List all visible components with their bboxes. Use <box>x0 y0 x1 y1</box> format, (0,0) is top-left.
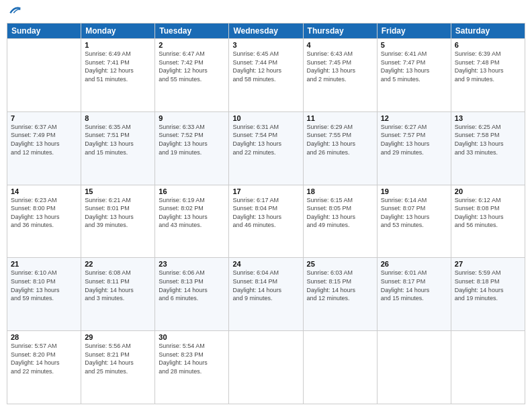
calendar-cell: 18Sunrise: 6:15 AMSunset: 8:05 PMDayligh… <box>303 185 377 258</box>
day-number: 27 <box>455 260 521 268</box>
calendar-cell: 9Sunrise: 6:33 AMSunset: 7:52 PMDaylight… <box>155 111 229 185</box>
day-number: 11 <box>307 114 373 122</box>
calendar-cell: 29Sunrise: 5:56 AMSunset: 8:21 PMDayligh… <box>81 331 155 404</box>
day-info: Sunrise: 6:27 AMSunset: 7:57 PMDaylight:… <box>381 123 447 156</box>
day-info: Sunrise: 6:12 AMSunset: 8:08 PMDaylight:… <box>455 196 521 230</box>
weekday-header-wednesday: Wednesday <box>229 24 303 39</box>
day-info: Sunrise: 6:03 AMSunset: 8:15 PMDaylight:… <box>307 269 373 302</box>
day-number: 7 <box>11 114 77 122</box>
weekday-header-monday: Monday <box>81 24 155 39</box>
calendar-cell: 13Sunrise: 6:25 AMSunset: 7:58 PMDayligh… <box>451 111 525 185</box>
calendar-cell: 25Sunrise: 6:03 AMSunset: 8:15 PMDayligh… <box>303 258 377 331</box>
day-number: 10 <box>232 114 299 122</box>
header <box>7 7 525 17</box>
week-row-2: 7Sunrise: 6:37 AMSunset: 7:49 PMDaylight… <box>7 111 525 185</box>
day-number: 24 <box>232 260 299 268</box>
day-number: 15 <box>85 187 151 195</box>
calendar-cell: 3Sunrise: 6:45 AMSunset: 7:44 PMDaylight… <box>229 39 303 112</box>
weekday-header-sunday: Sunday <box>7 24 81 39</box>
day-info: Sunrise: 6:43 AMSunset: 7:45 PMDaylight:… <box>307 50 373 83</box>
day-info: Sunrise: 5:56 AMSunset: 8:21 PMDaylight:… <box>85 342 151 375</box>
calendar-cell: 12Sunrise: 6:27 AMSunset: 7:57 PMDayligh… <box>377 111 451 185</box>
page: SundayMondayTuesdayWednesdayThursdayFrid… <box>0 0 532 411</box>
day-info: Sunrise: 6:21 AMSunset: 8:01 PMDaylight:… <box>85 196 151 230</box>
day-info: Sunrise: 6:04 AMSunset: 8:14 PMDaylight:… <box>232 269 299 302</box>
day-number: 13 <box>455 114 521 122</box>
day-info: Sunrise: 6:47 AMSunset: 7:42 PMDaylight:… <box>159 50 225 83</box>
day-info: Sunrise: 6:35 AMSunset: 7:51 PMDaylight:… <box>85 123 151 156</box>
day-number: 30 <box>159 333 225 341</box>
day-info: Sunrise: 6:17 AMSunset: 8:04 PMDaylight:… <box>232 196 299 230</box>
calendar-cell <box>229 331 303 404</box>
day-info: Sunrise: 6:01 AMSunset: 8:17 PMDaylight:… <box>381 269 447 302</box>
day-number: 4 <box>307 41 373 49</box>
week-row-5: 28Sunrise: 5:57 AMSunset: 8:20 PMDayligh… <box>7 331 525 404</box>
calendar-cell: 19Sunrise: 6:14 AMSunset: 8:07 PMDayligh… <box>377 185 451 258</box>
day-info: Sunrise: 5:57 AMSunset: 8:20 PMDaylight:… <box>11 342 77 375</box>
day-info: Sunrise: 6:25 AMSunset: 7:58 PMDaylight:… <box>455 123 521 156</box>
day-number: 28 <box>11 333 77 341</box>
day-info: Sunrise: 6:08 AMSunset: 8:11 PMDaylight:… <box>85 269 151 302</box>
calendar-cell <box>7 39 81 112</box>
calendar-cell: 14Sunrise: 6:23 AMSunset: 8:00 PMDayligh… <box>7 185 81 258</box>
day-number: 23 <box>159 260 225 268</box>
day-info: Sunrise: 6:41 AMSunset: 7:47 PMDaylight:… <box>381 50 447 83</box>
calendar-cell: 16Sunrise: 6:19 AMSunset: 8:02 PMDayligh… <box>155 185 229 258</box>
day-info: Sunrise: 6:45 AMSunset: 7:44 PMDaylight:… <box>232 50 299 83</box>
calendar-cell: 21Sunrise: 6:10 AMSunset: 8:10 PMDayligh… <box>7 258 81 331</box>
day-number: 26 <box>381 260 447 268</box>
calendar-body: 1Sunrise: 6:49 AMSunset: 7:41 PMDaylight… <box>7 39 525 404</box>
day-info: Sunrise: 6:06 AMSunset: 8:13 PMDaylight:… <box>159 269 225 302</box>
calendar-cell: 26Sunrise: 6:01 AMSunset: 8:17 PMDayligh… <box>377 258 451 331</box>
day-number: 17 <box>232 187 299 195</box>
calendar-cell: 10Sunrise: 6:31 AMSunset: 7:54 PMDayligh… <box>229 111 303 185</box>
day-number: 5 <box>381 41 447 49</box>
day-number: 12 <box>381 114 447 122</box>
weekday-header-row: SundayMondayTuesdayWednesdayThursdayFrid… <box>7 24 525 39</box>
calendar-cell: 27Sunrise: 5:59 AMSunset: 8:18 PMDayligh… <box>451 258 525 331</box>
day-number: 19 <box>381 187 447 195</box>
day-number: 18 <box>307 187 373 195</box>
weekday-header-thursday: Thursday <box>303 24 377 39</box>
calendar-cell: 30Sunrise: 5:54 AMSunset: 8:23 PMDayligh… <box>155 331 229 404</box>
day-number: 20 <box>455 187 521 195</box>
day-info: Sunrise: 6:31 AMSunset: 7:54 PMDaylight:… <box>232 123 299 156</box>
week-row-4: 21Sunrise: 6:10 AMSunset: 8:10 PMDayligh… <box>7 258 525 331</box>
weekday-header-friday: Friday <box>377 24 451 39</box>
calendar-cell <box>303 331 377 404</box>
calendar: SundayMondayTuesdayWednesdayThursdayFrid… <box>7 23 525 404</box>
calendar-cell: 24Sunrise: 6:04 AMSunset: 8:14 PMDayligh… <box>229 258 303 331</box>
day-info: Sunrise: 6:49 AMSunset: 7:41 PMDaylight:… <box>85 50 151 83</box>
calendar-cell: 22Sunrise: 6:08 AMSunset: 8:11 PMDayligh… <box>81 258 155 331</box>
day-info: Sunrise: 6:15 AMSunset: 8:05 PMDaylight:… <box>307 196 373 230</box>
logo-icon <box>8 4 21 17</box>
day-info: Sunrise: 6:39 AMSunset: 7:48 PMDaylight:… <box>455 50 521 83</box>
day-number: 9 <box>159 114 225 122</box>
calendar-cell: 23Sunrise: 6:06 AMSunset: 8:13 PMDayligh… <box>155 258 229 331</box>
day-number: 8 <box>85 114 151 122</box>
calendar-cell: 17Sunrise: 6:17 AMSunset: 8:04 PMDayligh… <box>229 185 303 258</box>
calendar-cell: 15Sunrise: 6:21 AMSunset: 8:01 PMDayligh… <box>81 185 155 258</box>
day-number: 16 <box>159 187 225 195</box>
calendar-cell: 6Sunrise: 6:39 AMSunset: 7:48 PMDaylight… <box>451 39 525 112</box>
logo <box>7 7 21 17</box>
calendar-cell: 11Sunrise: 6:29 AMSunset: 7:55 PMDayligh… <box>303 111 377 185</box>
day-number: 14 <box>11 187 77 195</box>
calendar-cell: 2Sunrise: 6:47 AMSunset: 7:42 PMDaylight… <box>155 39 229 112</box>
day-number: 3 <box>232 41 299 49</box>
calendar-cell <box>377 331 451 404</box>
day-number: 29 <box>85 333 151 341</box>
calendar-cell: 7Sunrise: 6:37 AMSunset: 7:49 PMDaylight… <box>7 111 81 185</box>
calendar-cell: 8Sunrise: 6:35 AMSunset: 7:51 PMDaylight… <box>81 111 155 185</box>
day-number: 2 <box>159 41 225 49</box>
day-number: 21 <box>11 260 77 268</box>
day-info: Sunrise: 6:10 AMSunset: 8:10 PMDaylight:… <box>11 269 77 302</box>
calendar-cell: 28Sunrise: 5:57 AMSunset: 8:20 PMDayligh… <box>7 331 81 404</box>
day-info: Sunrise: 6:33 AMSunset: 7:52 PMDaylight:… <box>159 123 225 156</box>
calendar-cell: 4Sunrise: 6:43 AMSunset: 7:45 PMDaylight… <box>303 39 377 112</box>
day-number: 22 <box>85 260 151 268</box>
calendar-cell: 20Sunrise: 6:12 AMSunset: 8:08 PMDayligh… <box>451 185 525 258</box>
day-info: Sunrise: 6:14 AMSunset: 8:07 PMDaylight:… <box>381 196 447 230</box>
day-info: Sunrise: 6:37 AMSunset: 7:49 PMDaylight:… <box>11 123 77 156</box>
day-info: Sunrise: 5:54 AMSunset: 8:23 PMDaylight:… <box>159 342 225 375</box>
